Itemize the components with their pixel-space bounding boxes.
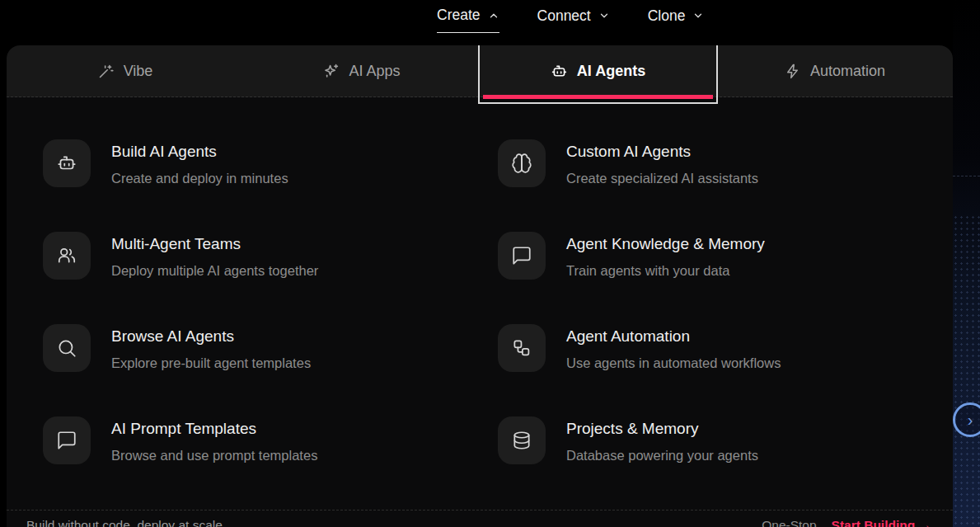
lightning-icon [784, 63, 801, 80]
menu-item-title: AI Prompt Templates [111, 421, 317, 437]
menu-item-description: Train agents with your data [566, 264, 765, 278]
active-tab-underline [483, 95, 713, 99]
start-building-link[interactable]: Start Building → [832, 518, 931, 527]
menu-grid: Build AI Agents Create and deploy in min… [7, 97, 953, 464]
menu-item-description: Explore pre-built agent templates [111, 356, 311, 370]
tab-ai-agents[interactable]: AI Agents [480, 45, 716, 96]
chat-bubble-icon [511, 245, 532, 266]
tab-ai-apps-label: AI Apps [349, 63, 400, 80]
menu-item-description: Database powering your agents [566, 449, 758, 463]
nav-connect-label: Connect [537, 7, 591, 25]
tab-vibe[interactable]: Vibe [7, 45, 243, 96]
menu-item-description: Create and deploy in minutes [111, 172, 288, 186]
dot-texture [953, 214, 980, 527]
tab-ai-apps[interactable]: AI Apps [243, 45, 480, 96]
menu-item-agent-knowledge-memory[interactable]: Agent Knowledge & Memory Train agents wi… [498, 232, 953, 280]
menu-item-browse-ai-agents[interactable]: Browse AI Agents Explore pre-built agent… [43, 324, 498, 372]
nav-item-create[interactable]: Create [437, 7, 499, 33]
tab-vibe-label: Vibe [124, 63, 153, 80]
menu-item-title: Multi-Agent Teams [111, 236, 318, 252]
menu-tab-bar: Vibe AI Apps AI Agents Automation [7, 45, 953, 97]
chevron-right-icon: › [968, 411, 973, 430]
menu-item-description: Deploy multiple AI agents together [111, 264, 318, 278]
menu-item-title: Browse AI Agents [111, 328, 311, 345]
tab-automation-label: Automation [810, 63, 885, 80]
menu-item-multi-agent-teams[interactable]: Multi-Agent Teams Deploy multiple AI age… [43, 232, 498, 280]
chevron-up-icon [488, 10, 499, 21]
menu-item-ai-prompt-templates[interactable]: AI Prompt Templates Browse and use promp… [43, 416, 498, 464]
top-navigation: Create Connect Clone [437, 7, 704, 33]
users-icon [56, 245, 77, 266]
menu-item-build-ai-agents[interactable]: Build AI Agents Create and deploy in min… [43, 139, 498, 187]
tab-automation[interactable]: Automation [716, 45, 953, 96]
menu-item-description: Browse and use prompt templates [111, 449, 317, 463]
nav-item-connect[interactable]: Connect [537, 7, 610, 33]
page-background-strip: › [953, 0, 980, 527]
search-icon [56, 337, 77, 359]
menu-item-title: Custom AI Agents [566, 144, 758, 160]
background-divider [953, 176, 980, 176]
menu-item-projects-memory[interactable]: Projects & Memory Database powering your… [498, 416, 953, 464]
robot-icon [551, 63, 568, 80]
footer-cta-muted: One-Stop [762, 518, 816, 527]
menu-item-custom-ai-agents[interactable]: Custom AI Agents Create specialized AI a… [498, 139, 953, 187]
menu-item-title: Agent Knowledge & Memory [566, 236, 765, 252]
chat-bubble-icon [56, 430, 77, 451]
wand-icon [97, 63, 115, 80]
menu-item-description: Create specialized AI assistants [566, 172, 758, 186]
menu-footer: Build without code, deploy at scale One-… [7, 510, 953, 527]
menu-item-description: Use agents in automated workflows [566, 356, 781, 370]
nav-item-clone[interactable]: Clone [648, 7, 705, 33]
footer-tagline: Build without code, deploy at scale [26, 518, 223, 527]
workflow-icon [511, 337, 532, 359]
menu-item-title: Projects & Memory [566, 421, 758, 437]
menu-item-agent-automation[interactable]: Agent Automation Use agents in automated… [498, 324, 953, 372]
menu-item-title: Build AI Agents [111, 144, 288, 160]
brain-icon [511, 153, 532, 174]
tab-ai-agents-label: AI Agents [577, 63, 645, 80]
database-icon [511, 430, 532, 451]
robot-icon [56, 153, 77, 174]
sparkles-icon [322, 63, 340, 80]
chevron-down-icon [598, 10, 610, 21]
chevron-down-icon [692, 10, 704, 21]
create-mega-menu: Vibe AI Apps AI Agents Automation [7, 45, 953, 527]
nav-clone-label: Clone [648, 7, 686, 25]
menu-item-title: Agent Automation [566, 328, 781, 345]
nav-create-label: Create [437, 7, 481, 24]
